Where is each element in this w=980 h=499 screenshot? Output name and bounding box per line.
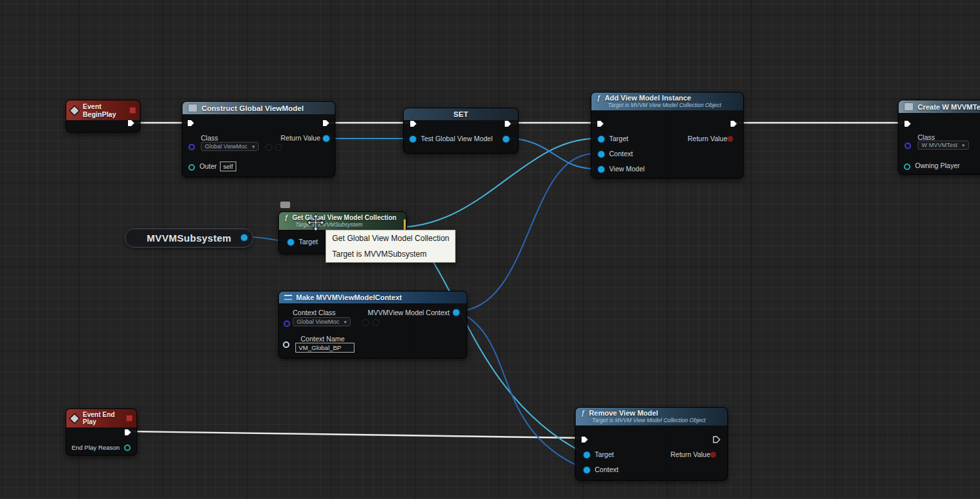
- node-event-endplay[interactable]: Event End Play End Play Reason: [66, 408, 137, 456]
- tooltip: Get Global View Model Collection Target …: [326, 230, 456, 263]
- exec-out-pin[interactable]: [127, 119, 135, 127]
- move-cursor-icon: [306, 213, 326, 232]
- event-icon: [68, 104, 80, 116]
- exec-wire-endplay-remove: [129, 431, 582, 438]
- owning-player-pin[interactable]: [904, 163, 910, 170]
- target-pin-label: Target: [299, 238, 318, 246]
- context-name-field[interactable]: VM_Global_BP: [295, 343, 354, 353]
- context-class-pin[interactable]: [284, 320, 290, 327]
- return-value-pin[interactable]: [710, 452, 716, 458]
- event-icon: [68, 412, 80, 424]
- wire-layer: [0, 0, 980, 499]
- variable-out-pin[interactable]: [503, 136, 509, 142]
- node-create-widget[interactable]: Create W MVVMTest W Class W MVVMTest ▾ O…: [898, 100, 980, 175]
- node-title: Event BeginPlay: [83, 102, 125, 118]
- context-class-label: Context Class: [293, 309, 335, 316]
- make-struct-icon: [284, 294, 292, 301]
- return-value-label: Return Value: [687, 135, 727, 142]
- node-event-beginplay[interactable]: Event BeginPlay: [66, 100, 140, 133]
- exec-in-pin[interactable]: [186, 119, 195, 127]
- outer-value-field[interactable]: self: [220, 162, 236, 171]
- comment-bubble-icon[interactable]: [280, 202, 290, 208]
- browse-asset-icon[interactable]: [372, 319, 379, 326]
- wire-set-viewmodel: [505, 138, 595, 169]
- node-title: Remove View Model: [589, 409, 658, 417]
- exec-out-pin[interactable]: [123, 428, 132, 437]
- owning-player-label: Owning Player: [915, 162, 960, 169]
- wire-context-add: [458, 154, 595, 311]
- target-pin-label: Target: [609, 135, 628, 142]
- target-pin-label: Target: [595, 450, 614, 458]
- event-marker-icon: [129, 107, 136, 114]
- view-model-pin-label: View Model: [609, 165, 645, 173]
- node-subtitle: Target is MVVM View Model Collection Obj…: [608, 102, 738, 108]
- tooltip-target: Target is MVVMSubsystem: [332, 250, 449, 258]
- exec-in-pin[interactable]: [903, 119, 912, 128]
- tooltip-title: Get Global View Model Collection: [332, 234, 449, 242]
- return-value-label: Return Value: [280, 134, 320, 142]
- variable-in-pin[interactable]: [410, 136, 416, 142]
- class-pin[interactable]: [188, 144, 195, 150]
- node-title: Add View Model Instance: [605, 94, 691, 102]
- variable-name: MVVMSubsystem: [147, 232, 232, 244]
- exec-out-pin[interactable]: [729, 119, 738, 128]
- exec-in-pin[interactable]: [596, 119, 605, 128]
- node-title: Create W MVVMTest W: [918, 103, 980, 111]
- node-mvvm-subsystem-getter[interactable]: MVVMSubsystem: [125, 228, 253, 248]
- node-subtitle: Target is MVVM View Model Collection Obj…: [592, 417, 722, 423]
- browse-asset-icon[interactable]: [275, 144, 282, 151]
- target-pin[interactable]: [584, 452, 590, 458]
- view-model-pin[interactable]: [598, 166, 605, 173]
- outer-pin[interactable]: [188, 164, 195, 171]
- target-pin[interactable]: [598, 136, 605, 142]
- node-title: Construct Global ViewModel: [202, 104, 304, 112]
- orange-marker: [404, 219, 406, 230]
- context-name-pin[interactable]: [283, 341, 289, 348]
- subsystem-out-pin[interactable]: [241, 234, 247, 241]
- exec-in-pin[interactable]: [409, 119, 417, 128]
- blueprint-graph-canvas[interactable]: Event BeginPlay Construct Global ViewMod…: [0, 0, 980, 499]
- context-pin-label: Context: [609, 150, 633, 158]
- variable-label: Test Global View Model: [421, 135, 493, 142]
- chevron-down-icon: ▾: [344, 319, 347, 325]
- widget-icon: [904, 102, 914, 111]
- context-pin[interactable]: [584, 467, 590, 473]
- return-value-pin[interactable]: [727, 136, 733, 142]
- target-pin[interactable]: [288, 239, 294, 246]
- node-add-view-model-instance[interactable]: ƒ Add View Model Instance Target is MVVM…: [591, 92, 744, 179]
- chevron-down-icon: ▾: [252, 144, 255, 150]
- return-value-label: Return Value: [670, 450, 710, 458]
- chevron-down-icon: ▾: [962, 142, 965, 148]
- context-name-label: Context Name: [301, 335, 345, 343]
- construct-icon: [188, 104, 198, 112]
- context-pin[interactable]: [598, 151, 605, 158]
- exec-out-pin[interactable]: [322, 119, 330, 127]
- wire-context-remove: [458, 311, 585, 469]
- return-value-pin[interactable]: [323, 135, 330, 142]
- node-title: Event End Play: [83, 411, 122, 425]
- exec-out-pin[interactable]: [712, 435, 721, 444]
- output-pin-label: MVVMView Model Context: [368, 309, 450, 316]
- context-out-pin[interactable]: [453, 309, 459, 316]
- node-remove-view-model[interactable]: ƒ Remove View Model Target is MVVM View …: [575, 407, 728, 481]
- class-pin[interactable]: [905, 142, 911, 149]
- context-class-dropdown[interactable]: Global ViewMoc ▾: [293, 317, 351, 326]
- node-construct-global-viewmodel[interactable]: Construct Global ViewModel Class Global …: [182, 101, 335, 177]
- node-make-mvvm-viewmodel-context[interactable]: Make MVVMViewModelContext Context Class …: [278, 291, 467, 358]
- event-marker-icon: [126, 415, 133, 422]
- function-icon: ƒ: [597, 94, 601, 102]
- exec-in-pin[interactable]: [580, 435, 589, 444]
- exec-out-pin[interactable]: [503, 119, 512, 128]
- use-asset-icon[interactable]: [265, 144, 272, 151]
- end-play-reason-label: End Play Reason: [72, 444, 119, 451]
- function-icon: ƒ: [284, 213, 288, 221]
- node-set-test-global-view-model[interactable]: SET Test Global View Model: [403, 108, 519, 154]
- end-play-reason-pin[interactable]: [124, 445, 131, 451]
- class-dropdown[interactable]: W MVVMTest ▾: [918, 141, 969, 150]
- node-title: Make MVVMViewModelContext: [296, 293, 402, 301]
- node-title: SET: [454, 110, 468, 118]
- context-pin-label: Context: [595, 466, 618, 473]
- function-icon: ƒ: [581, 409, 585, 417]
- class-dropdown[interactable]: Global ViewMoc ▾: [201, 142, 259, 151]
- use-asset-icon[interactable]: [362, 319, 369, 326]
